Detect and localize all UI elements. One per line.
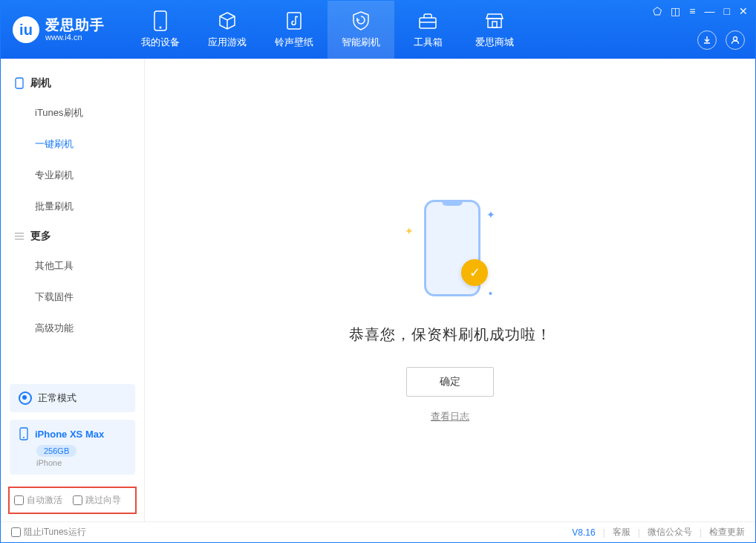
footer-link-wechat[interactable]: 微信公众号 <box>648 526 692 539</box>
check-badge-icon: ✓ <box>461 259 488 286</box>
device-icon <box>150 10 171 31</box>
nav-tabs: 我的设备 应用游戏 铃声壁纸 智能刷机 工具箱 <box>127 1 528 59</box>
option-label: 跳过向导 <box>85 494 121 507</box>
tab-label: 爱思商城 <box>475 36 514 49</box>
download-button[interactable] <box>697 30 717 50</box>
svg-point-1 <box>160 27 162 29</box>
device-mode-box[interactable]: 正常模式 <box>10 384 135 412</box>
sidebar-item-onekey-flash[interactable]: 一键刷机 <box>1 129 144 160</box>
tab-ringtones-wallpapers[interactable]: 铃声壁纸 <box>261 1 328 59</box>
sidebar-group-more: 更多 <box>1 222 144 250</box>
svg-rect-6 <box>492 22 497 27</box>
svg-point-13 <box>23 437 25 438</box>
toolbox-icon <box>417 10 438 31</box>
success-illustration: ✓ ✦ ✦ • <box>409 200 491 304</box>
app-header: iu 爱思助手 www.i4.cn 我的设备 应用游戏 铃声壁纸 <box>1 1 755 59</box>
success-title: 恭喜您，保资料刷机成功啦！ <box>349 325 552 345</box>
sidebar-item-other-tools[interactable]: 其他工具 <box>1 250 144 282</box>
option-auto-activate[interactable]: 自动激活 <box>14 494 62 507</box>
minimize-icon[interactable]: ― <box>705 5 715 17</box>
feedback-icon[interactable]: ⬠ <box>653 5 662 17</box>
window-controls: ⬠ ◫ ≡ ― □ ✕ <box>653 5 748 17</box>
svg-rect-3 <box>420 18 436 28</box>
sparkle-icon: • <box>489 287 492 299</box>
tab-smart-flash[interactable]: 智能刷机 <box>328 1 394 59</box>
music-icon <box>284 10 304 31</box>
device-storage: 256GB <box>36 445 76 457</box>
logo-area: iu 爱思助手 www.i4.cn <box>13 16 105 43</box>
auto-activate-checkbox[interactable] <box>14 495 24 505</box>
sidebar-item-batch-flash[interactable]: 批量刷机 <box>1 191 144 222</box>
app-title: 爱思助手 <box>45 18 105 33</box>
shield-icon <box>351 10 371 31</box>
status-bar: 阻止iTunes运行 V8.16 | 客服 | 微信公众号 | 检查更新 <box>1 521 755 542</box>
version-label: V8.16 <box>572 527 595 538</box>
device-icon <box>19 427 29 440</box>
sidebar-group-title: 刷机 <box>30 77 51 90</box>
user-account-button[interactable] <box>726 30 745 50</box>
option-label: 阻止iTunes运行 <box>24 526 86 539</box>
svg-rect-5 <box>488 19 501 27</box>
tab-label: 我的设备 <box>141 36 180 49</box>
svg-point-7 <box>734 37 737 41</box>
device-info-box[interactable]: iPhone XS Max 256GB iPhone <box>10 420 135 475</box>
skip-guide-checkbox[interactable] <box>73 495 82 505</box>
sparkle-icon: ✦ <box>486 209 495 221</box>
block-itunes-checkbox[interactable] <box>11 527 21 537</box>
close-icon[interactable]: ✕ <box>739 5 748 17</box>
flash-options-box: 自动激活 跳过向导 <box>8 487 137 514</box>
sidebar-group-title: 更多 <box>30 230 51 243</box>
main-content: ✓ ✦ ✦ • 恭喜您，保资料刷机成功啦！ 确定 查看日志 <box>145 59 755 521</box>
device-mode-label: 正常模式 <box>38 391 76 405</box>
sidebar-item-itunes-flash[interactable]: iTunes刷机 <box>1 97 144 129</box>
mode-icon <box>19 391 32 405</box>
maximize-icon[interactable]: □ <box>724 5 730 17</box>
tab-label: 应用游戏 <box>208 36 247 49</box>
list-icon <box>14 231 25 241</box>
view-log-link[interactable]: 查看日志 <box>431 410 469 423</box>
tab-toolbox[interactable]: 工具箱 <box>394 1 461 59</box>
option-skip-guide[interactable]: 跳过向导 <box>73 494 121 507</box>
cube-icon <box>217 10 238 31</box>
tab-label: 铃声壁纸 <box>275 36 313 49</box>
sidebar-item-advanced[interactable]: 高级功能 <box>1 313 144 344</box>
block-itunes-option[interactable]: 阻止iTunes运行 <box>11 526 86 539</box>
menu-icon[interactable]: ≡ <box>689 5 695 17</box>
sidebar: 刷机 iTunes刷机 一键刷机 专业刷机 批量刷机 更多 其他工具 下载固件 … <box>1 59 145 521</box>
footer-link-support[interactable]: 客服 <box>613 526 630 539</box>
store-icon <box>484 10 505 31</box>
footer-link-update[interactable]: 检查更新 <box>709 526 745 539</box>
sidebar-item-download-firmware[interactable]: 下载固件 <box>1 282 144 313</box>
tab-apps-games[interactable]: 应用游戏 <box>194 1 261 59</box>
app-logo-icon: iu <box>13 16 39 43</box>
device-name: iPhone XS Max <box>35 429 104 440</box>
tab-store[interactable]: 爱思商城 <box>461 1 528 59</box>
device-type: iPhone <box>36 458 126 467</box>
app-subtitle: www.i4.cn <box>45 33 105 42</box>
sidebar-item-pro-flash[interactable]: 专业刷机 <box>1 160 144 191</box>
svg-rect-2 <box>287 13 301 29</box>
tab-label: 工具箱 <box>414 36 443 49</box>
tab-my-device[interactable]: 我的设备 <box>127 1 194 59</box>
skin-icon[interactable]: ◫ <box>671 5 680 17</box>
ok-button[interactable]: 确定 <box>406 367 494 397</box>
phone-icon <box>14 78 25 88</box>
tab-label: 智能刷机 <box>342 36 380 49</box>
svg-rect-8 <box>16 78 23 88</box>
option-label: 自动激活 <box>27 494 62 507</box>
sparkle-icon: ✦ <box>405 225 414 237</box>
sidebar-group-flash: 刷机 <box>1 69 144 97</box>
